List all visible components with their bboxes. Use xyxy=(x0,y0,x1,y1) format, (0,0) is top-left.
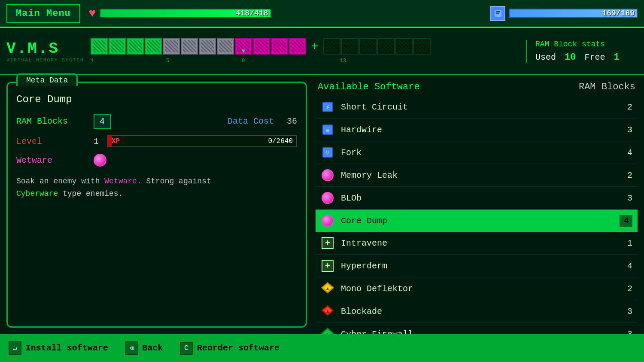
svg-rect-2 xyxy=(496,13,499,14)
software-item-core-dump[interactable]: Core Dump 4 xyxy=(316,210,638,232)
reorder-key-icon: C xyxy=(180,342,193,355)
ram-block-5 xyxy=(163,38,180,55)
hardwire-icon: ≡ xyxy=(321,123,334,137)
install-software-button[interactable]: ↵ Install software xyxy=(9,341,108,355)
blob-icon xyxy=(321,191,334,205)
ram-block-11 xyxy=(271,38,288,55)
ram-block-10 xyxy=(253,38,270,55)
hardwire-name: Hardwire xyxy=(341,125,620,135)
desc-part1: Soak an enemy with xyxy=(16,177,104,186)
health-bar: 418/418 xyxy=(100,9,271,18)
ram-block-17 xyxy=(395,38,413,55)
meta-panel: Meta Data Core Dump RAM Blocks 4 Data Co… xyxy=(6,82,307,328)
software-item-fork[interactable]: ⑂ Fork 4 xyxy=(316,141,638,164)
blockade-ram: 3 xyxy=(620,307,632,316)
blockade-name: Blockade xyxy=(341,307,620,316)
ram-block-1 xyxy=(91,38,108,55)
short-circuit-icon: ⚡ xyxy=(321,100,334,114)
top-bar: Main Menu ♥ 418/418 169/169 xyxy=(0,0,644,28)
vms-subtitle: VIRTUAL MEMORY SYSTEM xyxy=(6,58,84,63)
vms-title: V.M.S xyxy=(6,40,84,58)
health-section: ♥ 418/418 xyxy=(89,7,482,20)
ram-block-4 xyxy=(145,38,162,55)
software-item-hyperderm[interactable]: Hyperderm 4 xyxy=(316,255,638,277)
install-label: Install software xyxy=(26,343,108,353)
software-list: ⚡ Short Circuit 2 ≡ Hardwire 3 xyxy=(316,96,638,346)
back-label: Back xyxy=(142,343,163,353)
software-item-memory-leak[interactable]: Memory Leak 2 xyxy=(316,164,638,187)
short-circuit-name: Short Circuit xyxy=(341,102,620,112)
reorder-label: Reorder software xyxy=(197,343,279,353)
install-key-icon: ↵ xyxy=(9,341,21,355)
data-text: 169/169 xyxy=(602,9,635,18)
ram-stats-row: Used 10 Free 1 xyxy=(535,52,638,63)
fork-icon: ⑂ xyxy=(321,146,334,159)
ram-block-18 xyxy=(413,38,431,55)
ram-stats-title: RAM Block stats xyxy=(535,40,638,49)
hyperderm-ram: 4 xyxy=(620,261,632,271)
intravene-name: Intravene xyxy=(341,238,620,248)
block-numbers-row: 1 5 9 13 xyxy=(91,58,519,64)
meta-panel-tab: Meta Data xyxy=(16,73,78,86)
data-icon xyxy=(490,6,505,21)
ram-block-6 xyxy=(181,38,198,55)
software-item-blockade[interactable]: ▲ Blockade 3 xyxy=(316,300,638,323)
core-dump-icon xyxy=(321,214,334,228)
ram-block-12 xyxy=(289,38,306,55)
back-button[interactable]: ⌫ Back xyxy=(125,341,163,355)
svg-text:≡: ≡ xyxy=(326,127,329,134)
short-circuit-ram: 2 xyxy=(620,102,632,112)
data-cost-label: Data Cost xyxy=(228,116,274,126)
hyperderm-icon xyxy=(321,259,334,273)
ram-block-13 xyxy=(323,38,340,55)
desc-part3: type enemies. xyxy=(58,189,123,198)
fork-ram: 4 xyxy=(620,148,632,158)
item-name: Core Dump xyxy=(16,94,297,105)
mono-deflektor-icon: ▲ xyxy=(321,282,334,295)
intravene-icon xyxy=(321,236,334,250)
blockade-icon: ▲ xyxy=(321,304,334,318)
ram-blocks-value: 4 xyxy=(94,114,111,129)
blob-name: BLOb xyxy=(341,193,620,203)
software-item-mono-deflektor[interactable]: ▲ Mono Deflektor 2 xyxy=(316,277,638,300)
wetware-label: Wetware xyxy=(16,155,85,165)
reorder-button[interactable]: C Reorder software xyxy=(180,342,279,355)
hardwire-ram: 3 xyxy=(620,125,632,135)
bottom-bar: ↵ Install software ⌫ Back C Reorder soft… xyxy=(0,334,644,362)
level-value: 1 xyxy=(94,137,99,146)
core-dump-ram: 4 xyxy=(620,215,632,227)
ram-block-8 xyxy=(217,38,234,55)
svg-text:▲: ▲ xyxy=(326,286,329,291)
level-row: Level 1 XP 0/2640 xyxy=(16,135,297,147)
xp-bar: XP 0/2640 xyxy=(107,135,297,147)
free-value: 1 xyxy=(614,52,619,63)
software-item-short-circuit[interactable]: ⚡ Short Circuit 2 xyxy=(316,96,638,119)
ram-col-title: RAM Blocks xyxy=(579,82,635,92)
free-label: Free xyxy=(584,52,605,62)
memory-leak-ram: 2 xyxy=(620,170,632,180)
hyperderm-name: Hyperderm xyxy=(341,261,620,271)
desc-cyberware: Cyberware xyxy=(16,189,58,198)
add-ram-block-button[interactable]: + xyxy=(311,40,319,53)
used-value: 10 xyxy=(565,52,576,63)
xp-label: XP xyxy=(112,137,120,145)
data-section: 169/169 xyxy=(490,6,638,21)
ram-blocks-strip: ▼ + 1 5 9 xyxy=(91,38,519,64)
software-item-blob[interactable]: BLOb 3 xyxy=(316,187,638,210)
data-bar: 169/169 xyxy=(509,9,638,18)
main-menu-button[interactable]: Main Menu xyxy=(6,4,80,23)
main-content: Meta Data Core Dump RAM Blocks 4 Data Co… xyxy=(0,75,644,334)
svg-text:⚡: ⚡ xyxy=(325,104,330,112)
available-software-title: Available Software xyxy=(318,82,420,92)
fork-name: Fork xyxy=(341,148,620,158)
ram-block-9: ▼ xyxy=(235,38,252,55)
ram-blocks-row: RAM Blocks 4 Data Cost 36 xyxy=(16,114,297,129)
vms-row: V.M.S VIRTUAL MEMORY SYSTEM ▼ + xyxy=(0,28,644,75)
software-item-hardwire[interactable]: ≡ Hardwire 3 xyxy=(316,119,638,141)
description-text: Soak an enemy with Wetware. Strong again… xyxy=(16,175,297,200)
blob-ram: 3 xyxy=(620,193,632,203)
wetware-row: Wetware xyxy=(16,154,297,167)
data-cost-value: 36 xyxy=(287,116,297,126)
software-panel: Available Software RAM Blocks ⚡ Short Ci… xyxy=(316,82,638,328)
software-item-intravene[interactable]: Intravene 1 xyxy=(316,232,638,255)
